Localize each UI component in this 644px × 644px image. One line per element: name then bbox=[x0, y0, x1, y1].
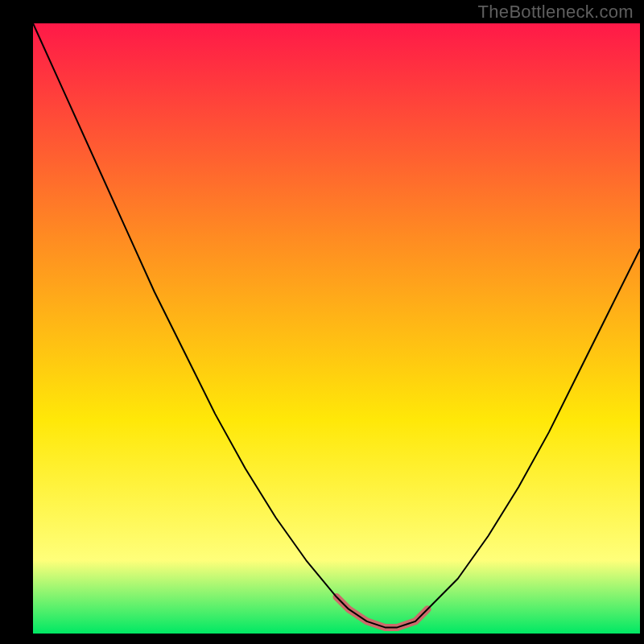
bottleneck-chart bbox=[0, 0, 644, 644]
watermark-text: TheBottleneck.com bbox=[478, 2, 634, 23]
plot-background bbox=[33, 23, 640, 634]
